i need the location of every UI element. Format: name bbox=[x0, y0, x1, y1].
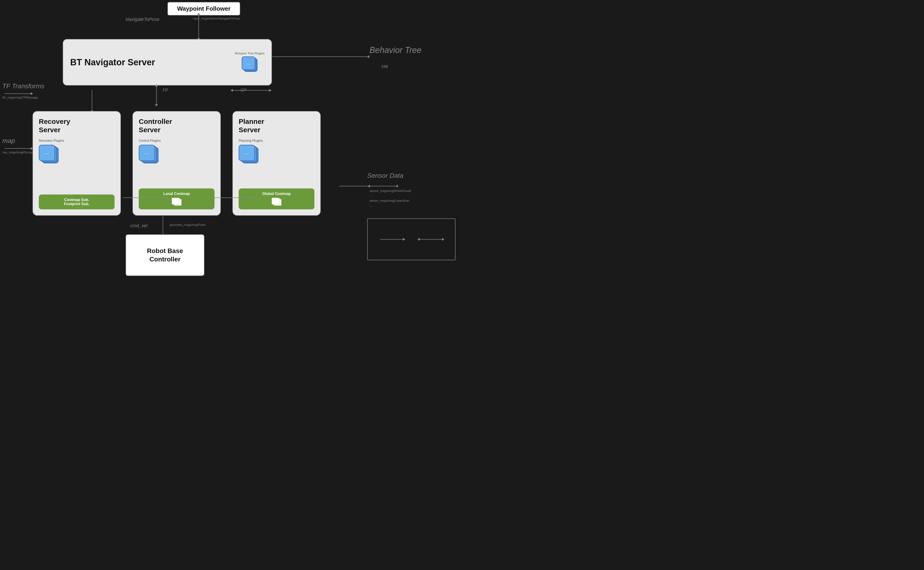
global-costmap-box: Global Costmap bbox=[239, 188, 314, 209]
tf-arrow bbox=[5, 93, 32, 94]
recovery-plugin-icon-1: ... bbox=[39, 145, 55, 161]
map-arrow bbox=[5, 148, 32, 149]
recovery-plugin-stack: ... bbox=[39, 145, 60, 165]
bt-plugin-icon-1: ... bbox=[242, 57, 255, 70]
sensor-arrow bbox=[369, 186, 397, 186]
legend-bidirectional bbox=[419, 239, 443, 239]
recovery-plugins-label: Recovery Plugins bbox=[39, 139, 64, 142]
sensor-label: Sensor Data bbox=[367, 172, 403, 179]
recovery-server-box: RecoveryServer Recovery Plugins ... Cost… bbox=[32, 111, 121, 216]
local-costmap-icon bbox=[171, 198, 182, 206]
waypoint-follower-box: Waypoint Follower bbox=[167, 2, 240, 15]
bt-navigator-title: BT Navigator Server bbox=[70, 57, 235, 67]
behavior-tree-label: Behavior Tree bbox=[369, 45, 421, 55]
controller-server-box: ControllerServer Control Plugins ... Loc… bbox=[132, 111, 221, 216]
bt-plugins-area: Behavior Tree Plugins ... bbox=[235, 52, 265, 73]
global-costmap-icon bbox=[271, 198, 282, 206]
cmd-vel-label: cmd_vel bbox=[130, 223, 147, 228]
waypoint-title: Waypoint Follower bbox=[177, 5, 231, 12]
sensor-msgs: sensor_msgs/msg/PointCloud2...sensor_msg… bbox=[369, 189, 411, 208]
planning-plugins-label: Planning Plugins bbox=[239, 139, 263, 142]
navigate-label: NavigateToPose bbox=[126, 17, 159, 22]
recovery-costmap-label: Costmap Sub.Footprint Sub. bbox=[64, 198, 89, 206]
fp-arrow bbox=[156, 86, 156, 104]
recovery-costmap-box: Costmap Sub.Footprint Sub. bbox=[39, 195, 115, 209]
local-costmap-label: Local Costmap bbox=[163, 192, 190, 196]
arrow-global-to-local bbox=[209, 198, 256, 198]
cmd-vel-msg: geometry_msgs/msg/Twist bbox=[170, 223, 205, 227]
map-label: map bbox=[2, 137, 15, 144]
legend-line-both bbox=[419, 239, 443, 239]
planner-plugin-stack: ... bbox=[239, 145, 260, 165]
planner-server-box: PlannerServer Planning Plugins ... Globa… bbox=[232, 111, 321, 216]
control-plugins-label: Control Plugins bbox=[139, 139, 161, 142]
local-costmap-box: Local Costmap bbox=[139, 188, 215, 209]
planner-plugin-icon-1: ... bbox=[239, 145, 255, 161]
arrow-to-recovery bbox=[92, 90, 92, 111]
legend-unidirectional bbox=[380, 239, 403, 239]
planner-server-title: PlannerServer bbox=[239, 117, 264, 134]
behavior-tree-xml: XML bbox=[381, 64, 389, 69]
servers-row: RecoveryServer Recovery Plugins ... Cost… bbox=[32, 111, 321, 216]
fp-label: FP bbox=[163, 88, 168, 93]
arrow-local-to-recovery bbox=[123, 198, 167, 198]
controller-server-title: ControllerServer bbox=[139, 117, 172, 134]
legend-box bbox=[367, 218, 455, 260]
arrow-bt-to-planner bbox=[232, 90, 270, 90]
tf-msg: tf2_msgs/msg/TFMessage bbox=[2, 96, 38, 99]
bt-plugin-stack: ... bbox=[241, 57, 258, 73]
controller-plugin-icon-1: ... bbox=[139, 145, 155, 161]
bt-plugins-label: Behavior Tree Plugins bbox=[235, 52, 265, 55]
arrow-sensor-to-global bbox=[339, 186, 369, 186]
bt-navigator-box: BT Navigator Server Behavior Tree Plugin… bbox=[63, 39, 272, 86]
global-costmap-label: Global Costmap bbox=[262, 192, 291, 196]
recovery-server-title: RecoveryServer bbox=[39, 117, 70, 134]
controller-plugin-stack: ... bbox=[139, 145, 160, 165]
arrow-bt-to-navigator bbox=[272, 57, 369, 57]
tf-label: TF Transforms bbox=[2, 83, 44, 90]
legend-line-right bbox=[380, 239, 403, 239]
arrow-waypoint-to-bt bbox=[198, 14, 199, 39]
robot-base-controller-box: Robot BaseController bbox=[126, 234, 204, 276]
robot-base-title: Robot BaseController bbox=[147, 247, 183, 264]
navigate-msg: nav2_msgs/action/NavigateToPose bbox=[193, 17, 240, 20]
arrow-to-robot bbox=[163, 216, 163, 235]
